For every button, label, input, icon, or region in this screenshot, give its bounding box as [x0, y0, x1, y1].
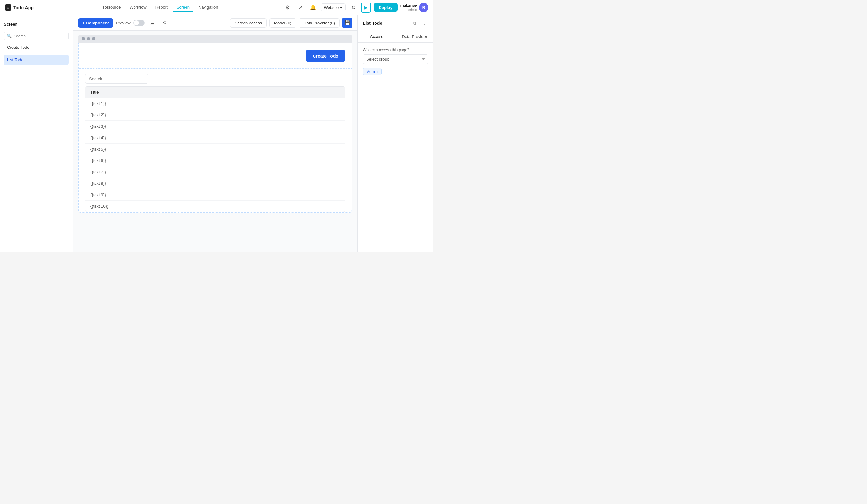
- access-badge-area: Admin: [363, 68, 428, 75]
- avatar-circle: R: [419, 3, 428, 12]
- more-options-icon[interactable]: ⋯: [61, 57, 66, 63]
- deploy-button[interactable]: Deploy: [374, 3, 397, 12]
- create-todo-area: Create Todo: [79, 43, 352, 69]
- table-row[interactable]: {{text 6}}: [85, 155, 345, 166]
- nav-right: ⚙ ⤢ 🔔 Website ▾ ↻ ▶ Deploy rhakanov admi…: [282, 2, 428, 13]
- fullscreen-icon[interactable]: ⤢: [295, 2, 306, 13]
- app-name: Todo App: [13, 5, 34, 10]
- table-row[interactable]: {{text 8}}: [85, 178, 345, 189]
- table-header: Title: [85, 87, 345, 98]
- user-role: admin: [400, 8, 417, 11]
- user-avatar[interactable]: rhakanov admin R: [400, 3, 428, 12]
- tab-access[interactable]: Access: [358, 31, 396, 43]
- copy-icon[interactable]: ⧉: [411, 19, 419, 27]
- sidebar-title: Screen: [4, 22, 18, 26]
- sidebar-search-input[interactable]: [14, 34, 66, 39]
- browser-dot-2: [87, 37, 90, 40]
- group-select[interactable]: Select group..: [363, 54, 428, 64]
- data-provider-button[interactable]: Data Provider (0): [299, 18, 340, 28]
- right-panel: List Todo ⧉ ⋮ Access Data Provider Who c…: [357, 15, 434, 252]
- right-panel-body: Who can access this page? Select group..…: [358, 43, 434, 80]
- access-question: Who can access this page? Select group..: [363, 48, 428, 64]
- nav-screen[interactable]: Screen: [173, 3, 193, 12]
- play-button[interactable]: ▶: [361, 2, 371, 13]
- main-layout: Screen ＋ 🔍 Create Todo List Todo ⋯ + Com…: [0, 15, 434, 252]
- sidebar-item-list-todo[interactable]: List Todo ⋯: [4, 55, 69, 65]
- bell-icon[interactable]: 🔔: [308, 2, 318, 13]
- cloud-icon[interactable]: ☁: [147, 18, 157, 28]
- browser-chrome: [78, 34, 352, 43]
- nav-resource[interactable]: Resource: [99, 3, 125, 12]
- save-button[interactable]: 💾: [342, 18, 352, 28]
- website-label: Website: [324, 5, 339, 10]
- top-nav: ⌂ Todo App Resource Workflow Report Scre…: [0, 0, 434, 15]
- content-area: + Component Preview ☁ ⚙ Screen Access Mo…: [73, 15, 357, 252]
- settings-icon[interactable]: ⚙: [282, 2, 293, 13]
- chevron-down-icon: ▾: [340, 5, 342, 10]
- nav-links: Resource Workflow Report Screen Navigati…: [41, 3, 280, 12]
- search-row: [79, 69, 352, 86]
- refresh-icon[interactable]: ↻: [348, 2, 358, 13]
- search-icon: 🔍: [7, 34, 12, 39]
- app-icon: ⌂: [5, 4, 11, 11]
- search-input[interactable]: [85, 74, 148, 84]
- sidebar-header: Screen ＋: [4, 19, 69, 29]
- admin-badge[interactable]: Admin: [363, 68, 382, 75]
- user-info: rhakanov admin: [400, 3, 417, 11]
- preview-label: Preview: [116, 21, 130, 25]
- add-screen-button[interactable]: ＋: [61, 20, 69, 28]
- tab-data-provider[interactable]: Data Provider: [396, 31, 434, 43]
- sidebar-search-bar[interactable]: 🔍: [4, 32, 69, 40]
- table-row[interactable]: {{text 9}}: [85, 189, 345, 201]
- table-row[interactable]: {{text 4}}: [85, 132, 345, 144]
- data-table: Title {{text 1}} {{text 2}} {{text 3}} {…: [85, 86, 345, 212]
- preview-toggle[interactable]: [133, 20, 144, 26]
- browser-dot-1: [82, 37, 85, 40]
- nav-report[interactable]: Report: [152, 3, 172, 12]
- nav-navigation[interactable]: Navigation: [195, 3, 222, 12]
- nav-workflow[interactable]: Workflow: [126, 3, 150, 12]
- toolbar: + Component Preview ☁ ⚙ Screen Access Mo…: [73, 15, 357, 31]
- sidebar: Screen ＋ 🔍 Create Todo List Todo ⋯: [0, 15, 73, 252]
- modal-button[interactable]: Modal (0): [269, 18, 296, 28]
- right-panel-title: List Todo: [363, 21, 383, 26]
- browser-dot-3: [92, 37, 95, 40]
- screen-frame: Create Todo Title {{text 1}} {{text 2}} …: [78, 43, 352, 213]
- canvas: Create Todo Title {{text 1}} {{text 2}} …: [73, 31, 357, 252]
- table-row[interactable]: {{text 2}}: [85, 109, 345, 121]
- access-question-label: Who can access this page?: [363, 48, 428, 52]
- right-panel-header: List Todo ⧉ ⋮: [358, 15, 434, 31]
- screen-access-button[interactable]: Screen Access: [230, 18, 267, 28]
- create-todo-button[interactable]: Create Todo: [306, 50, 345, 62]
- table-row[interactable]: {{text 3}}: [85, 121, 345, 132]
- right-panel-icons: ⧉ ⋮: [411, 19, 428, 27]
- user-name: rhakanov: [400, 3, 417, 8]
- settings-icon[interactable]: ⚙: [160, 18, 170, 28]
- table-row[interactable]: {{text 5}}: [85, 144, 345, 155]
- component-button[interactable]: + Component: [78, 18, 113, 28]
- sidebar-item-label: Create Todo: [7, 45, 30, 50]
- app-logo[interactable]: ⌂ Todo App: [5, 4, 34, 11]
- table-row[interactable]: {{text 10}}: [85, 201, 345, 212]
- sidebar-item-create-todo[interactable]: Create Todo: [4, 43, 69, 52]
- more-options-icon[interactable]: ⋮: [420, 19, 428, 27]
- right-panel-tabs: Access Data Provider: [358, 31, 434, 43]
- table-row[interactable]: {{text 7}}: [85, 166, 345, 178]
- table-row[interactable]: {{text 1}}: [85, 98, 345, 109]
- website-button[interactable]: Website ▾: [321, 3, 346, 11]
- sidebar-item-label: List Todo: [7, 57, 23, 62]
